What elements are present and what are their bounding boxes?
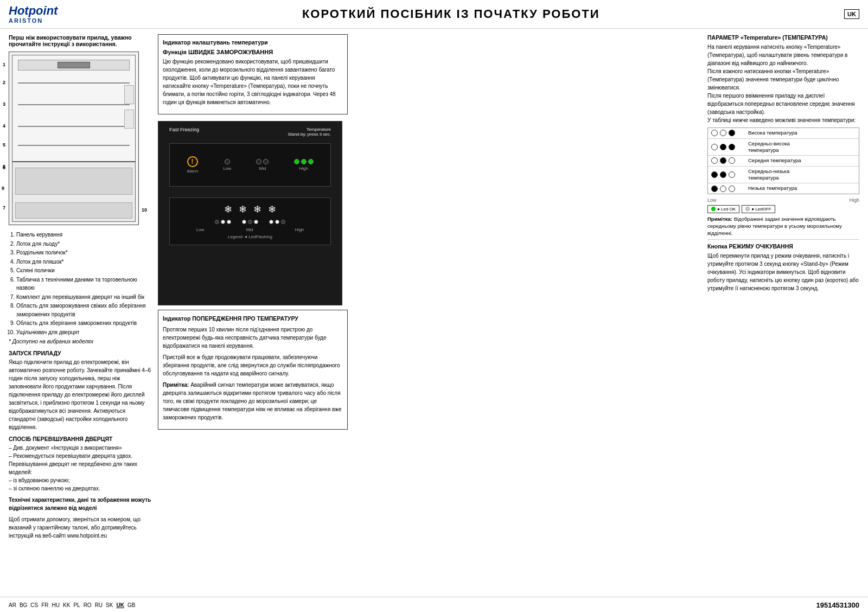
lang-pl: PL [73,602,80,608]
label-5: 5 [3,142,5,148]
circles-high [711,130,744,136]
list-item: Ущільнювач для дверцят [16,328,152,337]
lang-ro: RO [84,602,92,608]
list-item: Комплект для перевішування дверцят на ін… [16,293,152,302]
list-item: Область для заморожування свіжих або збе… [16,302,152,318]
panel-image-area: Fast Freezing Temperature Stand-by: pres… [158,121,342,305]
temp-indicator-box: Індикатор налаштувань температури Функці… [158,34,348,114]
circles-medhigh [711,144,744,150]
standby-title: Кнопка РЕЖИМУ ОЧІКУВАННЯ [707,243,859,250]
legend-label: Legend: ● LedFlashing [228,234,272,239]
lang-bg: BG [20,602,27,608]
uk-badge: UK [844,9,859,19]
diagram-spacer [353,34,702,240]
startup-title: ЗАПУСК ПРИЛАДУ [9,350,152,356]
warning-text: Протягом перших 10 хвилин після під'єдна… [163,325,343,350]
high-label-bar: High [849,197,859,203]
fast-freeze-panel-label: Fast Freezing [169,127,199,132]
temp-row-high: Висока температура [708,128,859,138]
lang-ar: AR [9,602,16,608]
shelf-2 [18,104,130,105]
circle [711,130,718,136]
label-10: 10 [142,207,147,213]
temp-name-medlow: Середньо-низькатемпература [748,168,789,182]
standby-text: Щоб перемкнути прилад у режим очікування… [707,252,859,292]
fast-freeze-title: Функція ШВИДКЕ ЗАМОРОЖУВАННЯ [163,49,343,55]
warning-text2: Пристрій все ж буде продовжувати працюва… [163,353,343,378]
alarm-label: Alarm [187,169,198,174]
low-label-bar: Low [707,197,717,203]
list-item: Панель керування [16,231,152,239]
doors-title: СПОСІБ ПЕРЕВІШУВАННЯ ДВЕРЦЯТ [9,436,152,442]
led-off-btn: ● LedOFF [742,205,775,213]
lang-cs: CS [30,602,38,608]
standby-section: Кнопка РЕЖИМУ ОЧІКУВАННЯ Щоб перемкнути … [707,239,859,292]
lang-hu: HU [52,602,60,608]
lang-fr: FR [41,602,48,608]
circle [729,186,735,192]
circle [711,171,718,178]
items-list: Панель керування Лоток для льоду* Розділ… [9,231,152,336]
temp-row-medhigh: Середньо-високатемпература [708,139,859,156]
shelf-3 [18,126,130,127]
main-content: Перш ніж використовувати прилад, уважно … [0,29,868,598]
circle [711,144,718,150]
low-label: Low [223,166,231,171]
temp-row-low: Низька температура [708,183,859,193]
intro-text: Перш ніж використовувати прилад, уважно … [9,34,152,47]
help-text: Щоб отримати допомогу, зверніться за ном… [9,515,152,540]
middle-column: Індикатор налаштувань температури Функці… [158,34,348,593]
temp-name-high: Висока температура [748,130,797,136]
snowflake-3: ❄ [253,203,261,215]
fridge-diagram: 1 2 3 4 5 6 7 8 [9,52,139,225]
list-item: Лоток для пляшок* [16,258,152,266]
temp-name-medhigh: Середньо-високатемпература [748,141,790,154]
circle [729,130,735,136]
temp-table: Висока температура Середньо-високатемпер… [707,127,859,194]
page-title: КОРОТКИЙ ПОСІБНИК ІЗ ПОЧАТКУ РОБОТИ [58,7,844,21]
lang-sk: SK [106,602,113,608]
lmh-high: High [295,227,304,232]
circle [720,157,726,164]
temp-indicator-title: Індикатор налаштувань температури [163,39,343,46]
led-buttons: ● Led OK ● LedOFF [707,205,859,213]
temp-name-low: Низька температура [748,185,797,191]
param-text: На панелі керування натисніть кнопку «Te… [707,43,859,124]
led-off-label: ● LedOFF [751,207,771,212]
label-1: 1 [3,62,5,67]
circle [720,144,726,150]
circles-low [711,186,744,192]
logo-hotpoint: Hotpoint [9,4,58,17]
temp-row-mid: Середня температура [708,156,859,166]
tech-note: Технічні характеристики, дані та зображе… [9,496,152,512]
left-column: Перш ніж використовувати прилад, уважно … [9,34,152,593]
low-high-bar: Low High [707,197,859,203]
label-9: 9 [2,186,4,191]
label-7: 7 [3,205,5,210]
circle [720,130,726,136]
circles-mid [711,157,744,164]
led-ok-btn: ● Led OK [707,205,739,213]
circles-medlow [711,171,744,178]
warning-title: Індикатор ПОПЕРЕДЖЕННЯ ПРО ТЕМПЕРАТУРУ [163,315,343,323]
warning-section: Індикатор ПОПЕРЕДЖЕННЯ ПРО ТЕМПЕРАТУРУ П… [158,310,348,430]
right-main [353,34,702,295]
circle [711,157,718,164]
high-label-panel: High [299,166,308,171]
mid-label: Mid [259,166,266,171]
circle [720,186,726,192]
footer: AR BG CS FR HU KK PL RO RU SK UK GB 1951… [0,597,868,613]
lmh-low: Low [196,227,205,232]
snowflake-4: ❄ [268,203,276,215]
right-column: ПАРАМЕТР «Temperature» (ТЕМПЕРАТУРА) На … [353,34,859,593]
lang-kk: KK [63,602,70,608]
label-4: 4 [3,123,5,129]
logo-area: Hotpoint ARISTON [9,4,58,24]
doors-text: – Див. документ «Інструкція з використан… [9,444,152,493]
list-item: Роздільник поличок* [16,248,152,257]
lmh-mid: Mid [246,227,253,232]
shelf-4 [18,145,130,146]
param-title: ПАРАМЕТР «Temperature» (ТЕМПЕРАТУРА) [707,34,859,41]
asterisk-note: * Доступно на вибраних моделях [9,337,152,346]
snowflake-2: ❄ [239,203,247,215]
